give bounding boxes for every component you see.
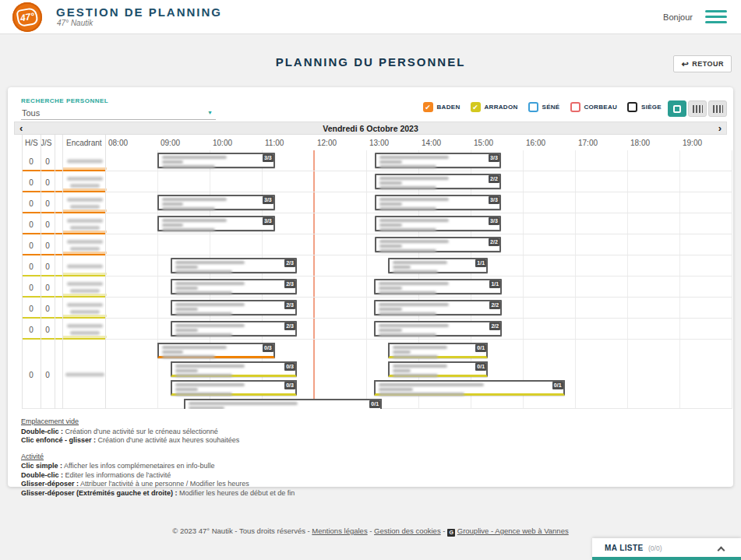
footer-link[interactable]: Gestion des cookies [374, 527, 441, 535]
activity-badge: 2/2 [489, 238, 499, 246]
name-blur-line [67, 264, 103, 268]
legend-action: Clic enfoncé - glisser : [21, 436, 96, 444]
activity-block[interactable]: 2/3 [171, 279, 297, 294]
activity-text-blur [162, 198, 227, 201]
activity-text-blur [379, 388, 413, 391]
ma-liste-count: (0/0) [648, 544, 662, 552]
col-header-time: 15:00 [474, 139, 493, 147]
activity-text-blur [189, 407, 224, 409]
activity-text-blur [379, 249, 436, 252]
activity-block[interactable]: 3/3 [375, 153, 500, 168]
activity-block[interactable]: 3/3 [375, 216, 500, 231]
activity-block[interactable]: 0/3 [171, 380, 297, 396]
activity-text-blur [379, 181, 402, 185]
greeting-text: Bonjour [663, 12, 693, 22]
activity-badge: 3/3 [263, 196, 273, 204]
back-button[interactable]: ↩ RETOUR [673, 55, 732, 72]
activity-text-blur [379, 324, 449, 327]
activity-block[interactable]: 0/3 [171, 361, 297, 377]
activity-text-blur [175, 270, 232, 273]
name-blur-line [65, 372, 104, 376]
app-title: GESTION DE PLANNING [56, 5, 222, 19]
legend-line: Clic enfoncé - glisser : Création d'une … [21, 436, 295, 446]
activity-block[interactable]: 2/3 [171, 321, 297, 336]
activity-block[interactable]: 0/1 [388, 361, 488, 377]
legend-action: Clic simple : [21, 462, 62, 470]
activity-text-blur [379, 308, 402, 311]
row-underline [22, 191, 105, 192]
activity-block[interactable]: 0/1 [374, 380, 565, 396]
brand-logo-icon: 47° [12, 2, 42, 32]
hs-value: 0 [29, 262, 34, 270]
activity-text-blur [393, 270, 438, 273]
row-separator [105, 234, 732, 234]
activity-text-blur [175, 291, 232, 294]
activity-text-blur [379, 156, 449, 159]
col-header-time: 13:00 [369, 139, 389, 147]
noon-line [313, 150, 315, 409]
activity-badge: 0/1 [369, 400, 380, 408]
grid-hour-line [679, 150, 680, 409]
encadrant-name-blur [62, 159, 107, 163]
legend-action: Glisser-déposer (Extrémités gauche et dr… [21, 489, 178, 497]
activity-block[interactable]: 3/3 [157, 216, 275, 231]
activity-text-blur [379, 383, 484, 386]
hamburger-menu-icon[interactable] [705, 10, 727, 24]
activity-badge: 3/3 [489, 217, 499, 225]
name-blur-line [67, 282, 103, 286]
name-blur-line [70, 226, 100, 230]
activity-block[interactable]: 2/2 [374, 321, 502, 336]
col-header-hs: H/S [25, 139, 38, 147]
activity-block[interactable]: 3/3 [157, 195, 275, 210]
activity-block[interactable]: 2/3 [171, 258, 297, 273]
activity-text-blur [175, 308, 198, 311]
activity-text-blur [175, 261, 245, 264]
activity-badge: 2/2 [489, 322, 500, 330]
activity-badge: 0/3 [263, 344, 273, 352]
activity-block[interactable]: 0/1 [184, 399, 383, 409]
activity-block[interactable]: 2/3 [171, 300, 297, 315]
encadrant-name-blur [62, 372, 107, 376]
activity-text-blur [379, 160, 402, 164]
name-blur-line [67, 198, 103, 202]
col-header-time: 11:00 [265, 139, 284, 147]
activity-block[interactable]: 0/3 [157, 343, 275, 358]
activity-block[interactable]: 3/3 [157, 153, 275, 168]
activity-text-blur [379, 203, 402, 206]
ma-liste-panel[interactable]: MA LISTE (0/0) [592, 538, 741, 560]
activity-block[interactable]: 3/3 [375, 195, 500, 210]
activity-text-blur [175, 369, 198, 372]
activity-badge: 2/3 [284, 259, 295, 267]
js-value: 0 [45, 241, 50, 249]
activity-block[interactable]: 1/1 [388, 258, 488, 273]
activity-block[interactable]: 2/2 [375, 174, 500, 189]
col-header-time: 18:00 [630, 139, 650, 147]
js-value: 0 [45, 283, 50, 291]
footer-link[interactable]: Mentions légales [312, 527, 367, 535]
activity-text-blur [175, 365, 245, 368]
activity-text-blur [379, 245, 402, 248]
activity-block[interactable]: 0/1 [388, 343, 488, 358]
activity-text-blur [379, 177, 449, 180]
activity-text-blur [175, 312, 232, 315]
activity-text-blur [175, 388, 198, 391]
hs-value: 0 [29, 199, 34, 207]
activity-badge: 2/3 [284, 280, 295, 288]
hs-value: 0 [29, 178, 34, 186]
activity-badge: 2/2 [489, 301, 500, 309]
footer-link[interactable]: Grouplive - Agence web à Vannes [457, 527, 569, 535]
activity-text-blur [379, 224, 402, 227]
hs-value: 0 [29, 283, 34, 291]
activity-badge: 0/1 [552, 382, 563, 389]
activity-badge: 3/3 [263, 217, 273, 225]
activity-text-blur [162, 224, 183, 227]
activity-text-blur [175, 324, 245, 327]
activity-block[interactable]: 2/2 [375, 237, 500, 252]
activity-text-blur [175, 333, 232, 336]
row-separator [105, 276, 732, 276]
activity-block[interactable]: 1/1 [374, 279, 502, 294]
js-value: 0 [45, 157, 50, 165]
row-separator [105, 171, 732, 171]
activity-text-blur [175, 287, 198, 290]
activity-block[interactable]: 2/2 [374, 300, 502, 315]
